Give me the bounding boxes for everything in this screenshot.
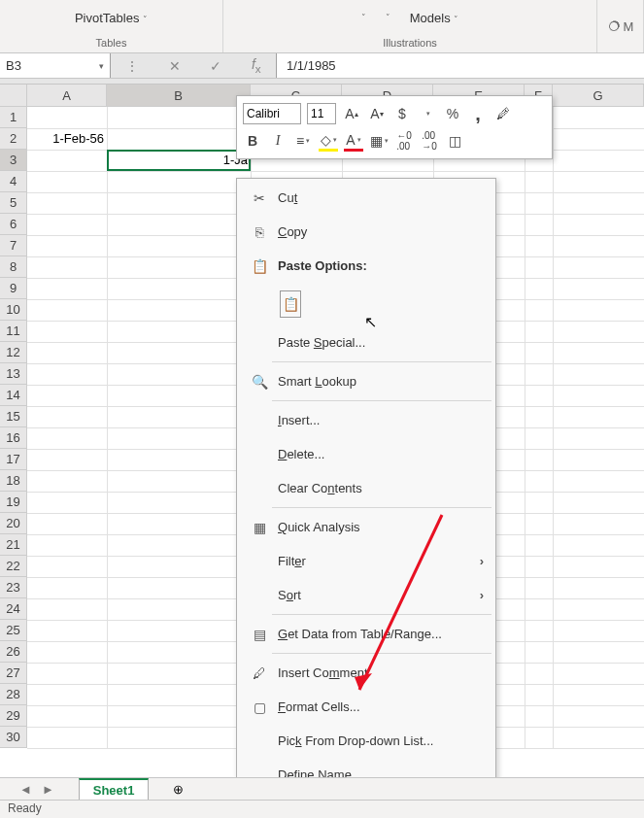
decrease-font-icon[interactable]: A▾	[367, 103, 387, 124]
row-header[interactable]: 1	[0, 107, 27, 128]
row-header[interactable]: 19	[0, 492, 27, 513]
row-header[interactable]: 22	[0, 556, 27, 577]
cancel-icon[interactable]: ✕	[169, 58, 181, 74]
row-header[interactable]: 12	[0, 342, 27, 363]
enter-icon[interactable]: ✓	[210, 58, 221, 74]
ctx-smart-lookup[interactable]: 🔍Smart Lookup	[237, 364, 495, 398]
row-header[interactable]: 10	[0, 299, 27, 321]
format-painter-icon[interactable]: 🖉	[493, 103, 513, 124]
row-header[interactable]: 29	[0, 705, 27, 727]
row-header[interactable]: 20	[0, 513, 27, 534]
col-header-b[interactable]: B	[107, 85, 251, 107]
row-header[interactable]: 21	[0, 534, 27, 556]
row-header[interactable]: 2	[0, 128, 27, 150]
ribbon: PivotTables ˅ Tables ˅ ˅ Models ˅ Illust…	[0, 0, 644, 53]
ctx-insert[interactable]: Insert...	[237, 403, 495, 437]
font-name-input[interactable]	[243, 103, 301, 124]
increase-decimal-icon[interactable]: ←0.00	[394, 130, 414, 152]
search-icon: 🔍	[247, 374, 272, 390]
table-icon: ▤	[247, 627, 272, 642]
ctx-paste-header: 📋Paste Options:	[237, 249, 495, 283]
comma-format-icon[interactable]: ,	[468, 103, 488, 124]
ctx-paste-special[interactable]: Paste Special...	[237, 325, 495, 359]
3d-models-button[interactable]: Models ˅	[410, 11, 459, 25]
copy-icon: ⎘	[247, 224, 272, 240]
ribbon-group-illustrations: ˅ ˅ Models ˅ Illustrations	[223, 0, 597, 52]
italic-icon[interactable]: I	[268, 130, 288, 152]
cell-b3[interactable]: 1-Ja	[107, 150, 251, 171]
fill-color-icon[interactable]: ◇	[319, 130, 338, 152]
row-header[interactable]: 5	[0, 192, 27, 214]
ctx-clear-contents[interactable]: Clear Contents	[237, 471, 495, 505]
borders-icon[interactable]: ▦	[369, 130, 389, 152]
row-header[interactable]: 4	[0, 171, 27, 192]
ctx-insert-comment[interactable]: 🖊Insert Comment	[237, 656, 495, 690]
context-menu: ✂Cut ⎘Copy 📋Paste Options: 📋 Paste Speci…	[236, 178, 496, 795]
row-header[interactable]: 11	[0, 321, 27, 342]
accounting-format-icon[interactable]: $	[392, 103, 412, 124]
sheet-tab-sheet1[interactable]: Sheet1	[79, 778, 150, 801]
ribbon-group-label: Tables	[0, 35, 222, 52]
font-color-icon[interactable]: A	[344, 130, 363, 152]
ctx-get-data[interactable]: ▤Get Data from Table/Range...	[237, 617, 495, 651]
align-icon[interactable]: ≡	[293, 130, 313, 152]
row-header[interactable]: 23	[0, 577, 27, 598]
clipboard-icon: 📋	[247, 258, 272, 274]
row-header[interactable]: 3	[0, 150, 27, 171]
ctx-pick-dropdown[interactable]: Pick From Drop-down List...	[237, 724, 495, 758]
ctx-cut[interactable]: ✂Cut	[237, 181, 495, 215]
ctx-copy[interactable]: ⎘Copy	[237, 215, 495, 249]
row-header[interactable]: 16	[0, 427, 27, 449]
row-header[interactable]: 14	[0, 385, 27, 406]
sheet-nav-prev-icon[interactable]: ◄	[19, 782, 32, 797]
formula-bar[interactable]: 1/1/1985	[276, 53, 644, 78]
cell-a2[interactable]: 1-Feb-56	[27, 128, 107, 150]
ctx-quick-analysis[interactable]: ▦Quick Analysis	[237, 510, 495, 544]
status-bar: Ready	[0, 800, 644, 818]
pivot-tables-button[interactable]: PivotTables ˅	[75, 11, 148, 25]
ctx-filter[interactable]: Filter›	[237, 544, 495, 578]
ctx-delete[interactable]: Delete...	[237, 437, 495, 471]
font-size-input[interactable]	[307, 103, 336, 124]
ctx-format-cells[interactable]: ▢Format Cells...	[237, 690, 495, 724]
row-header[interactable]: 15	[0, 406, 27, 427]
ctx-paste-option[interactable]: 📋	[237, 283, 495, 325]
row-header[interactable]: 27	[0, 663, 27, 684]
row-header[interactable]: 18	[0, 470, 27, 492]
formula-bar-row: B3 ⋮ ✕ ✓ fx 1/1/1985	[0, 53, 644, 79]
increase-font-icon[interactable]: A▴	[342, 103, 361, 124]
merge-center-icon[interactable]: ◫	[445, 130, 464, 152]
new-sheet-icon[interactable]: ⊕	[173, 782, 184, 797]
chevron-right-icon: ›	[480, 588, 484, 602]
row-header[interactable]: 26	[0, 641, 27, 663]
sheet-nav-next-icon[interactable]: ►	[42, 782, 54, 797]
accounting-dropdown-icon[interactable]	[418, 103, 437, 124]
row-header[interactable]: 25	[0, 620, 27, 641]
ctx-sort[interactable]: Sort›	[237, 578, 495, 612]
row-header[interactable]: 24	[0, 598, 27, 620]
col-header-g[interactable]: G	[553, 85, 644, 107]
comment-icon: 🖊	[247, 665, 272, 681]
row-header[interactable]: 9	[0, 278, 27, 299]
row-header[interactable]: 8	[0, 256, 27, 278]
percent-format-icon[interactable]: %	[443, 103, 462, 124]
select-all-corner[interactable]	[0, 85, 27, 107]
row-header[interactable]: 7	[0, 235, 27, 256]
bold-icon[interactable]: B	[243, 130, 262, 152]
decrease-decimal-icon[interactable]: .00→0	[420, 130, 439, 152]
more-icon[interactable]: ⋮	[125, 58, 139, 74]
ribbon-group-label: Illustrations	[223, 35, 596, 52]
row-header[interactable]: 13	[0, 363, 27, 385]
ribbon-group-tables: PivotTables ˅ Tables	[0, 0, 223, 52]
row-header[interactable]: 28	[0, 684, 27, 705]
ribbon-group-overflow: 🔿 M	[597, 0, 644, 52]
row-header[interactable]: 6	[0, 214, 27, 235]
col-header-a[interactable]: A	[27, 85, 107, 107]
dropdown-icon[interactable]: ˅	[361, 13, 366, 22]
function-icon[interactable]: fx	[252, 56, 261, 75]
row-header[interactable]: 30	[0, 727, 27, 748]
row-header[interactable]: 17	[0, 449, 27, 470]
dropdown-icon[interactable]: ˅	[386, 13, 390, 22]
name-box[interactable]: B3	[0, 53, 111, 78]
chevron-right-icon: ›	[480, 554, 484, 568]
